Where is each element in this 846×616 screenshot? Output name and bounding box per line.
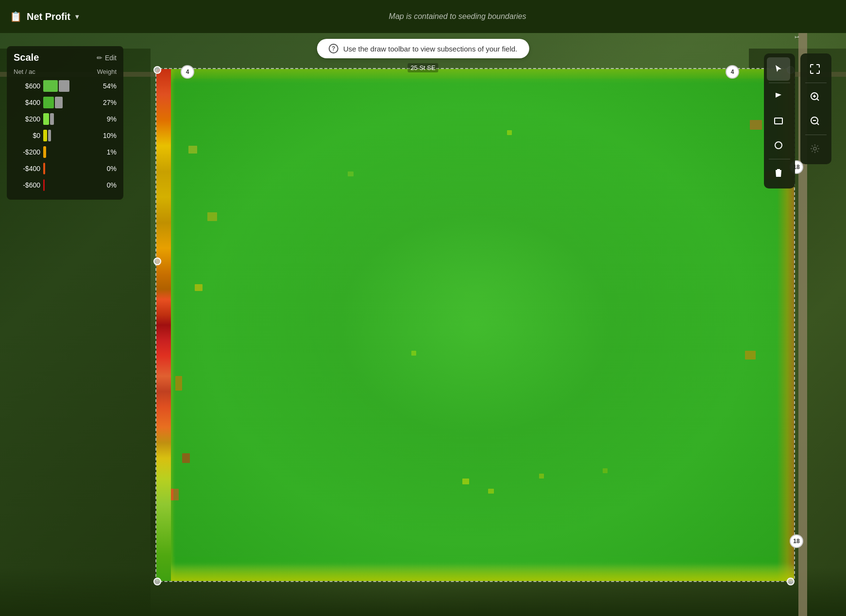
scale-gray-bar bbox=[59, 80, 69, 92]
scale-color-bar bbox=[43, 130, 47, 141]
fullscreen-icon bbox=[810, 64, 820, 74]
fullscreen-button[interactable] bbox=[803, 57, 827, 81]
trash-icon bbox=[774, 168, 783, 178]
map-status-message: Map is contained to seeding boundaries bbox=[79, 12, 836, 21]
scale-row: $010% bbox=[14, 128, 117, 143]
scale-bar-container bbox=[43, 163, 94, 174]
scale-weight-value: 10% bbox=[97, 132, 117, 139]
flag-button[interactable] bbox=[767, 85, 790, 108]
svg-point-1 bbox=[775, 142, 782, 149]
scale-row-label: $0 bbox=[14, 132, 40, 139]
delete-button[interactable] bbox=[767, 161, 790, 185]
center-green bbox=[173, 79, 777, 557]
field-heatmap-container bbox=[155, 68, 795, 582]
scale-bar-container bbox=[43, 97, 94, 108]
cursor-icon bbox=[774, 64, 783, 74]
scale-row-label: $600 bbox=[14, 82, 40, 90]
scale-row: -$4000% bbox=[14, 161, 117, 176]
scale-weight-value: 9% bbox=[97, 115, 117, 123]
scale-row-label: -$600 bbox=[14, 181, 40, 189]
toolbar-right bbox=[800, 53, 831, 164]
svg-rect-0 bbox=[775, 118, 782, 124]
edit-button[interactable]: ✏ Edit bbox=[97, 54, 117, 62]
road-label-25st: 25 St SE bbox=[407, 63, 438, 72]
scale-gray-bar bbox=[50, 113, 54, 125]
scale-row-label: $400 bbox=[14, 99, 40, 106]
scale-bar-container bbox=[43, 130, 94, 141]
header-bar: 📋 Net Profit ▾ Map is contained to seedi… bbox=[0, 0, 846, 33]
scale-row-label: -$200 bbox=[14, 148, 40, 156]
scale-bar-container bbox=[43, 113, 94, 125]
circle-icon bbox=[774, 140, 783, 150]
scale-weight-value: 0% bbox=[97, 165, 117, 172]
map-background: State Hwy 1 4 4 18 18 25 St SE bbox=[0, 0, 846, 616]
scale-color-bar bbox=[43, 113, 49, 125]
scale-rows: $60054%$40027%$2009%$010%-$2001%-$4000%-… bbox=[14, 78, 117, 193]
scale-color-bar bbox=[43, 97, 54, 108]
scale-bar-container bbox=[43, 146, 94, 158]
flag-icon bbox=[774, 92, 783, 102]
road-badge-4-left: 4 bbox=[181, 65, 194, 79]
zoom-out-icon bbox=[810, 116, 820, 126]
settings-icon bbox=[810, 144, 820, 154]
scale-header: Scale ✏ Edit bbox=[14, 52, 117, 63]
scale-color-bar bbox=[43, 80, 58, 92]
toolbar-divider-4 bbox=[805, 135, 827, 135]
scale-row: $2009% bbox=[14, 111, 117, 127]
col-header-weight: Weight bbox=[95, 68, 117, 75]
zoom-in-icon bbox=[810, 91, 820, 102]
scale-bar-container bbox=[43, 80, 94, 92]
info-icon: ? bbox=[329, 44, 338, 53]
scale-weight-value: 27% bbox=[97, 99, 117, 106]
zoom-in-button[interactable] bbox=[803, 85, 827, 108]
corner-pin-br bbox=[787, 578, 795, 585]
col-header-net: Net / ac bbox=[14, 68, 91, 75]
road-badge-18-bottom: 18 bbox=[790, 534, 803, 548]
corner-pin-bl bbox=[153, 578, 161, 585]
scale-color-bar bbox=[43, 179, 45, 191]
bottom-yellow-band bbox=[156, 564, 794, 581]
corner-pin-tl bbox=[153, 66, 161, 74]
edit-label: Edit bbox=[105, 54, 117, 62]
scale-weight-value: 54% bbox=[97, 82, 117, 90]
rectangle-button[interactable] bbox=[767, 109, 790, 133]
toolbar-divider-2 bbox=[769, 159, 790, 159]
map-book-icon: 📋 bbox=[10, 11, 22, 22]
road-badge-4-right: 4 bbox=[726, 65, 739, 79]
scale-color-bar bbox=[43, 163, 45, 174]
scale-gray-bar bbox=[48, 130, 51, 141]
scale-row-label: $200 bbox=[14, 115, 40, 123]
left-strip bbox=[156, 69, 171, 581]
settings-button[interactable] bbox=[803, 137, 827, 160]
svg-point-4 bbox=[813, 147, 816, 150]
scale-bar-container bbox=[43, 179, 94, 191]
scale-row: $40027% bbox=[14, 95, 117, 110]
info-banner: ? Use the draw toolbar to view subsectio… bbox=[317, 39, 529, 58]
title-dropdown-arrow[interactable]: ▾ bbox=[75, 13, 79, 20]
zoom-out-button[interactable] bbox=[803, 109, 827, 133]
scale-row: $60054% bbox=[14, 78, 117, 94]
scale-color-bar bbox=[43, 146, 46, 158]
title-area: 📋 Net Profit ▾ bbox=[10, 11, 79, 22]
info-banner-text: Use the draw toolbar to view subsections… bbox=[343, 45, 518, 53]
scale-panel: Scale ✏ Edit Net / ac Weight $60054%$400… bbox=[7, 46, 123, 200]
rectangle-icon bbox=[774, 116, 783, 126]
corner-pin-ml bbox=[153, 257, 161, 265]
scale-row-label: -$400 bbox=[14, 165, 40, 172]
scale-column-headers: Net / ac Weight bbox=[14, 68, 117, 75]
scale-row: -$2001% bbox=[14, 144, 117, 160]
toolbar-divider-3 bbox=[805, 83, 827, 83]
cursor-button[interactable] bbox=[767, 57, 790, 81]
page-title: Net Profit bbox=[27, 11, 70, 22]
scale-title: Scale bbox=[14, 52, 39, 63]
toolbar-left bbox=[764, 53, 795, 188]
toolbar-divider-1 bbox=[769, 83, 790, 83]
scale-row: -$6000% bbox=[14, 177, 117, 193]
scale-gray-bar bbox=[55, 97, 63, 108]
scale-weight-value: 0% bbox=[97, 181, 117, 189]
circle-button[interactable] bbox=[767, 134, 790, 157]
scale-weight-value: 1% bbox=[97, 148, 117, 156]
pencil-icon: ✏ bbox=[97, 54, 102, 62]
